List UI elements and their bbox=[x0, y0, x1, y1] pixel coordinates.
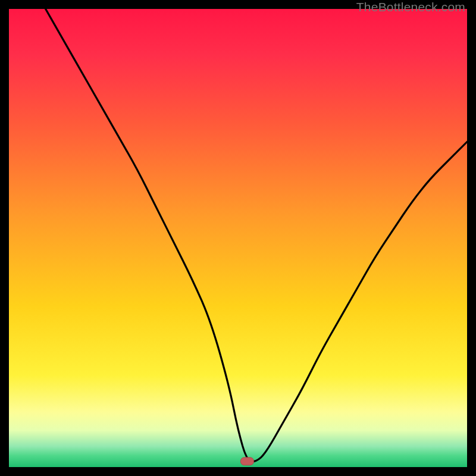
watermark-text: TheBottleneck.com bbox=[356, 0, 465, 14]
plot-area bbox=[9, 9, 467, 467]
chart-container: TheBottleneck.com bbox=[0, 0, 476, 476]
optimal-marker bbox=[240, 458, 253, 465]
gradient-background bbox=[9, 9, 467, 467]
chart-svg bbox=[9, 9, 467, 467]
